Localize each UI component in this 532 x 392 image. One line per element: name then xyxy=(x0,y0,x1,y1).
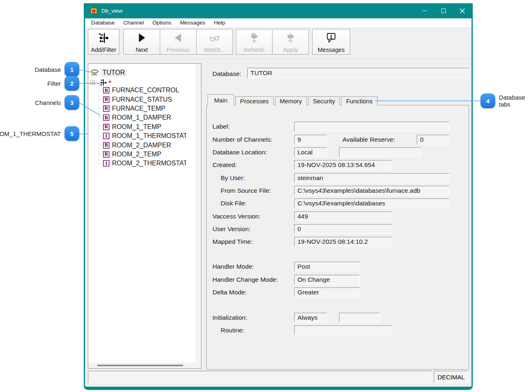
handler-mode-field[interactable]: Post xyxy=(294,262,360,272)
vaccess-version-field[interactable]: 449 xyxy=(294,212,392,221)
channel-type-icon: R xyxy=(103,105,110,112)
label-field[interactable] xyxy=(294,122,449,131)
menu-database[interactable]: Database xyxy=(87,19,120,27)
menu-messages[interactable]: Messages xyxy=(177,19,210,27)
channel-name: ROOM_2_DAMPER xyxy=(112,142,171,149)
field-label: From Source File: xyxy=(221,187,271,194)
channel-type-icon: R xyxy=(103,124,110,130)
tree-vertical-scrollbar[interactable] xyxy=(196,64,201,368)
menu-options[interactable]: Options xyxy=(149,19,177,27)
handler-change-mode-field[interactable]: On Change xyxy=(294,275,360,285)
from-source-file-field[interactable]: C:\vsys43\examples\databases\furnace.adb xyxy=(294,186,449,196)
menu-help[interactable]: Help xyxy=(210,19,230,27)
channel-type-icon: I xyxy=(103,160,110,167)
field-label: Label: xyxy=(212,123,230,130)
next-icon xyxy=(136,29,147,47)
created-field[interactable]: 19-NOV-2025 08:13:54.654 xyxy=(294,160,392,170)
tab-security[interactable]: Security xyxy=(308,96,340,105)
next-button[interactable]: Next xyxy=(123,29,160,55)
form-row-handler-mode: Handler Mode: Post xyxy=(212,262,469,272)
tree-channel-row[interactable]: B FURNACE_STATUS xyxy=(88,95,201,104)
tree-line xyxy=(95,82,100,83)
database-icon xyxy=(91,69,99,76)
callout-label: Database xyxy=(35,66,61,73)
title-bar[interactable]: Db_view xyxy=(85,3,472,18)
callout-database: Database 1 xyxy=(35,62,79,77)
messages-label: Messages xyxy=(317,47,344,53)
tree-channel-row[interactable]: B ROOM_1_DAMPER xyxy=(88,113,201,122)
callout-badge-4: 4 xyxy=(481,94,495,108)
status-message-field xyxy=(88,371,432,383)
form-row-delta-mode: Delta Mode: Greater xyxy=(212,287,469,297)
initialization-field[interactable]: Always xyxy=(294,313,327,323)
tree-database-name[interactable]: TUTOR xyxy=(101,69,127,77)
tree-channel-row[interactable]: R FURNACE_TEMP xyxy=(88,104,201,113)
tree-channel-row[interactable]: I ROOM_1_THERMOSTAT xyxy=(88,131,201,140)
scrollbar-thumb[interactable] xyxy=(97,365,183,366)
maximize-button[interactable] xyxy=(434,3,453,18)
tab-main[interactable]: Main xyxy=(208,94,234,105)
field-label: Created: xyxy=(212,161,237,169)
callout-badge-5: 5 xyxy=(65,126,79,141)
num-channels-field[interactable]: 9 xyxy=(294,135,327,145)
form-row-mapped-time: Mapped Time: 19-NOV-2025 08:14:10.2 xyxy=(212,237,469,247)
callout-label: Database tabs xyxy=(499,94,532,108)
delta-mode-field[interactable]: Greater xyxy=(294,287,360,297)
field-label: Database Location: xyxy=(212,149,267,156)
tab-functions[interactable]: Functions xyxy=(341,96,378,105)
available-reserve-field[interactable]: 0 xyxy=(417,135,449,145)
disk-file-field[interactable]: C:\vsys43\examples\databases xyxy=(294,198,449,208)
form-row-from-source: From Source File: C:\vsys43\examples\dat… xyxy=(212,186,469,196)
tree-database-node[interactable]: TUTOR xyxy=(91,69,127,77)
field-label: Delta Mode: xyxy=(212,289,247,296)
minimize-button[interactable] xyxy=(415,3,434,18)
database-field-label: Database: xyxy=(212,70,241,78)
channel-type-icon: B xyxy=(103,142,110,149)
messages-button[interactable]: Messages xyxy=(312,29,350,55)
refresh-icon xyxy=(249,29,259,47)
apply-button[interactable]: Apply xyxy=(272,29,309,55)
refresh-label: Refresh xyxy=(244,47,265,53)
tab-memory[interactable]: Memory xyxy=(275,96,307,105)
watch-label: Watch... xyxy=(204,47,226,53)
by-user-field[interactable]: steinman xyxy=(294,173,449,183)
tree-collapse-toggle[interactable] xyxy=(90,80,95,85)
user-version-field[interactable]: 0 xyxy=(294,224,392,234)
callout-database-tabs: 4 Database tabs xyxy=(481,94,532,108)
form-row-user-version: User Version: 0 xyxy=(212,224,469,234)
tree-channel-row[interactable]: B ROOM_2_DAMPER xyxy=(88,140,201,149)
refresh-button[interactable]: Refresh xyxy=(236,29,273,55)
form-row-created: Created: 19-NOV-2025 08:13:54.654 xyxy=(212,160,469,170)
watch-button[interactable]: Watch... xyxy=(196,29,233,55)
tree-channel-row[interactable]: B FURNACE_CONTROL xyxy=(88,86,201,95)
add-filter-button[interactable]: Add/Filter xyxy=(88,29,119,55)
callout-room1-thermostat: ROOM_1_THERMOSTAT 5 xyxy=(0,126,79,141)
channel-name: ROOM_1_DAMPER xyxy=(112,114,171,121)
previous-button[interactable]: Previous xyxy=(160,29,197,55)
channel-name: ROOM_1_THERMOSTAT xyxy=(112,132,186,140)
channel-type-icon: I xyxy=(103,133,110,139)
menu-channel[interactable]: Channel xyxy=(120,19,149,27)
add-filter-icon xyxy=(98,29,109,47)
app-window: Db_view Database Channel Options Message… xyxy=(84,3,473,390)
callout-label: ROOM_1_THERMOSTAT xyxy=(0,130,61,137)
tree-horizontal-scrollbar[interactable] xyxy=(88,363,196,368)
db-location-field[interactable]: Local xyxy=(294,147,327,157)
field-label: Handler Change Mode: xyxy=(212,276,278,283)
channel-name: FURNACE_STATUS xyxy=(112,96,172,103)
tree-channel-row[interactable]: R ROOM_2_TEMP xyxy=(88,150,201,159)
tab-processes[interactable]: Processes xyxy=(235,96,274,105)
apply-label: Apply xyxy=(283,47,298,53)
close-icon xyxy=(460,8,465,13)
mapped-time-field[interactable]: 19-NOV-2025 08:14:10.2 xyxy=(294,237,392,247)
channel-name: ROOM_2_THERMOSTAT xyxy=(112,160,186,167)
callout-channels: Channels 3 xyxy=(35,95,79,110)
tree-channel-row[interactable]: I ROOM_2_THERMOSTAT xyxy=(88,159,201,168)
routine-field[interactable] xyxy=(294,325,392,335)
tree-channel-row[interactable]: R ROOM_1_TEMP xyxy=(88,122,201,131)
initialization-extra-field[interactable] xyxy=(339,313,380,323)
close-button[interactable] xyxy=(453,3,472,18)
database-name-field[interactable]: TUTOR xyxy=(247,68,469,78)
db-location-host-field[interactable] xyxy=(339,147,421,157)
apply-icon xyxy=(285,29,296,47)
